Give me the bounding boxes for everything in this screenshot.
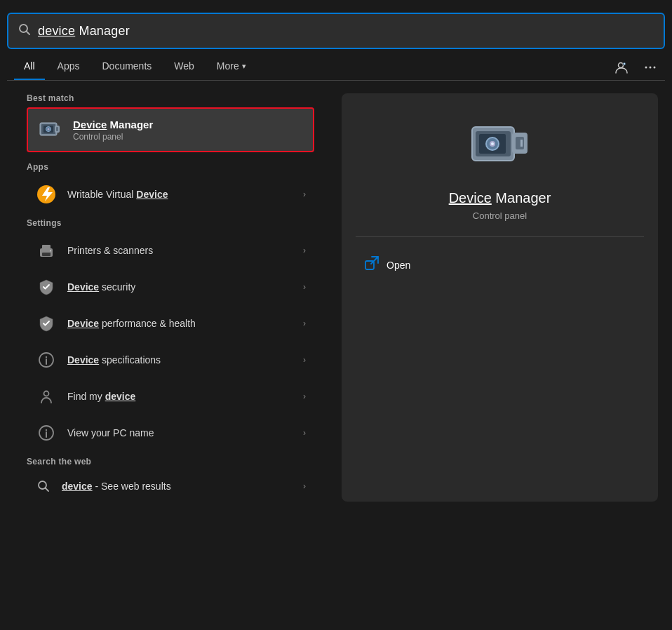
best-match-title: Device Manager bbox=[73, 119, 304, 130]
settings-item-device-security-label: Device security bbox=[67, 281, 303, 293]
svg-point-6 bbox=[654, 67, 656, 69]
apps-item-chevron: › bbox=[303, 189, 306, 199]
open-action-label: Open bbox=[387, 260, 410, 271]
svg-line-28 bbox=[46, 488, 49, 492]
svg-rect-36 bbox=[516, 137, 524, 149]
tab-apps[interactable]: Apps bbox=[48, 55, 90, 80]
open-external-icon bbox=[364, 255, 379, 274]
person-location-icon bbox=[35, 385, 58, 408]
person-icon-button[interactable] bbox=[609, 55, 633, 79]
tab-more[interactable]: More ▾ bbox=[207, 55, 256, 80]
detail-panel: Device Manager Control panel Open bbox=[342, 93, 658, 502]
svg-rect-17 bbox=[42, 253, 51, 256]
svg-rect-18 bbox=[42, 245, 51, 250]
settings-item-device-performance[interactable]: Device performance & health › bbox=[27, 305, 314, 342]
settings-item-find-my-device-chevron: › bbox=[303, 391, 306, 401]
printer-icon bbox=[35, 239, 58, 262]
search-web-item[interactable]: device - See web results › bbox=[27, 471, 314, 502]
apps-section-label: Apps bbox=[27, 162, 333, 172]
tab-web[interactable]: Web bbox=[164, 55, 204, 80]
more-options-button[interactable] bbox=[638, 55, 662, 79]
search-web-query-label: device - See web results bbox=[62, 481, 303, 492]
info-pc-name-icon bbox=[35, 422, 58, 444]
search-web-chevron: › bbox=[303, 481, 306, 491]
shield-health-icon bbox=[35, 312, 58, 335]
settings-item-view-pc-name-label: View your PC name bbox=[67, 427, 303, 438]
search-icon bbox=[18, 23, 31, 39]
apps-item-label: Writable Virtual Device bbox=[67, 189, 303, 200]
svg-point-21 bbox=[46, 356, 47, 358]
lightning-icon bbox=[35, 183, 58, 206]
svg-rect-13 bbox=[56, 127, 58, 131]
more-arrow-icon: ▾ bbox=[242, 62, 246, 71]
svg-line-1 bbox=[27, 32, 30, 35]
svg-point-19 bbox=[50, 250, 51, 252]
info-specifications-icon bbox=[35, 349, 58, 371]
svg-rect-38 bbox=[520, 140, 523, 147]
settings-item-find-my-device[interactable]: Find my device › bbox=[27, 378, 314, 415]
settings-item-view-pc-name-chevron: › bbox=[303, 428, 306, 438]
detail-divider bbox=[356, 236, 644, 237]
tab-all[interactable]: All bbox=[14, 55, 45, 80]
settings-item-printers[interactable]: Printers & scanners › bbox=[27, 232, 314, 269]
settings-section-label: Settings bbox=[27, 218, 333, 228]
svg-line-40 bbox=[371, 257, 378, 264]
shield-security-icon bbox=[35, 276, 58, 298]
svg-point-2 bbox=[619, 63, 624, 68]
settings-item-device-specifications-chevron: › bbox=[303, 355, 306, 365]
settings-item-printers-label: Printers & scanners bbox=[67, 245, 303, 256]
left-panel: Best match Device Manager bbox=[14, 81, 333, 502]
best-match-item[interactable]: Device Manager Control panel bbox=[27, 107, 314, 152]
search-input-display: device Manager bbox=[38, 24, 130, 39]
svg-point-4 bbox=[645, 67, 647, 69]
best-match-icon bbox=[36, 116, 65, 144]
settings-item-device-security-chevron: › bbox=[303, 282, 306, 292]
settings-item-device-performance-label: Device performance & health bbox=[67, 318, 303, 329]
detail-panel-subtitle: Control panel bbox=[473, 210, 527, 221]
svg-point-23 bbox=[44, 391, 49, 396]
search-bar[interactable]: device Manager bbox=[7, 13, 665, 49]
svg-point-25 bbox=[46, 429, 47, 431]
detail-panel-icon bbox=[469, 114, 532, 177]
web-search-icon bbox=[35, 478, 52, 495]
svg-point-11 bbox=[48, 128, 50, 130]
svg-point-5 bbox=[650, 67, 652, 69]
settings-item-printers-chevron: › bbox=[303, 246, 306, 255]
apps-item-writable-virtual-device[interactable]: Writable Virtual Device › bbox=[27, 176, 314, 213]
best-match-label: Best match bbox=[27, 93, 333, 103]
settings-item-device-security[interactable]: Device security › bbox=[27, 269, 314, 305]
tabs-row: All Apps Documents Web More ▾ bbox=[7, 49, 665, 80]
detail-panel-title: Device Manager bbox=[449, 190, 551, 206]
best-match-text: Device Manager Control panel bbox=[73, 119, 304, 142]
tab-documents[interactable]: Documents bbox=[92, 55, 161, 80]
svg-point-34 bbox=[491, 142, 494, 145]
tabs-right-actions bbox=[609, 55, 665, 79]
search-web-label: Search the web bbox=[27, 457, 333, 467]
settings-item-device-specifications-label: Device specifications bbox=[67, 354, 303, 366]
settings-item-device-performance-chevron: › bbox=[303, 319, 306, 328]
settings-item-device-specifications[interactable]: Device specifications › bbox=[27, 342, 314, 378]
settings-item-find-my-device-label: Find my device bbox=[67, 391, 303, 402]
search-query-highlight: device bbox=[38, 24, 75, 38]
best-match-subtitle: Control panel bbox=[73, 132, 304, 142]
settings-item-view-pc-name[interactable]: View your PC name › bbox=[27, 415, 314, 451]
open-action[interactable]: Open bbox=[356, 250, 644, 280]
